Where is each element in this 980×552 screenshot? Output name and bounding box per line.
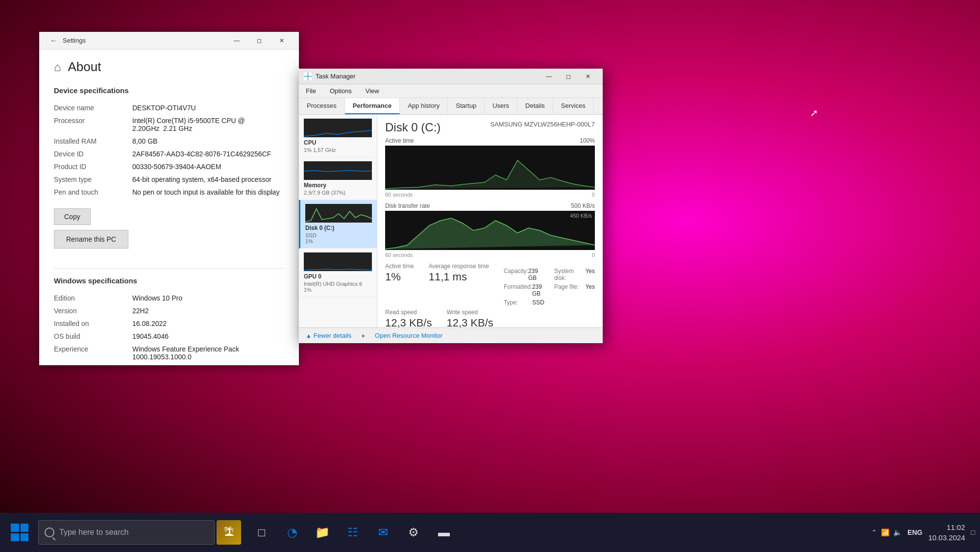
tab-processes[interactable]: Processes <box>299 98 345 114</box>
write-speed-stat: Write speed 12,3 KB/s <box>446 309 493 327</box>
memory-mini-chart <box>304 161 372 180</box>
copy-button[interactable]: Copy <box>54 208 91 225</box>
capacity-value: 239 GB <box>528 268 544 281</box>
spec-row-system-type: System type 64-bit operating system, x64… <box>54 173 284 186</box>
notification-icon[interactable]: □ <box>971 528 975 536</box>
spec-row-edition: Edition Windows 10 Pro <box>54 292 284 304</box>
active-time-stat-value: 1% <box>385 271 414 283</box>
capacity-label: Capacity: <box>504 268 528 281</box>
tab-startup[interactable]: Startup <box>448 98 485 114</box>
transfer-max2: 450 KB/s <box>570 213 592 219</box>
task-manager-menubar: File Options View <box>299 84 603 98</box>
sidebar-item-cpu[interactable]: CPU 1% 1,57 GHz <box>299 115 377 157</box>
gpu-label: GPU 0 <box>304 273 372 280</box>
settings-back-button[interactable]: ← <box>45 32 63 50</box>
tray-chevron[interactable]: ⌃ <box>871 528 877 536</box>
active-time-60s: 60 seconds <box>385 192 413 198</box>
menu-view[interactable]: View <box>363 85 382 97</box>
tray-speaker-icon[interactable]: 🔈 <box>893 528 902 536</box>
disk-stats-row: Active time 1% Average response time 11,… <box>385 263 595 306</box>
disk-info-grid: Capacity: 239 GB System disk: Yes Format… <box>504 263 595 306</box>
fewer-details-button[interactable]: ▲ Fewer details <box>306 332 351 339</box>
spec-row-experience: Experience Windows Feature Experience Pa… <box>54 343 284 363</box>
gpu-mini-chart <box>304 252 372 271</box>
read-speed-value: 12,3 KB/s <box>385 317 432 327</box>
sidebar-item-gpu[interactable]: GPU 0 Intel(R) UHD Graphics 61% <box>299 249 377 297</box>
disk-sub: SSD1% <box>305 232 372 244</box>
taskbar-cortana-button[interactable]: 🏝 <box>217 520 241 545</box>
task-manager-titlebar: Task Manager — ◻ ✕ <box>299 69 603 84</box>
tray-network-icon[interactable]: 📶 <box>881 528 889 536</box>
system-disk-value: Yes <box>585 268 595 281</box>
windows-specs-table: Edition Windows 10 Pro Version 22H2 Inst… <box>54 292 284 363</box>
tab-services[interactable]: Services <box>553 98 594 114</box>
tab-app-history[interactable]: App history <box>400 98 448 114</box>
read-speed-label: Read speed <box>385 309 432 316</box>
spec-row-installed-on: Installed on 16.08.2022 <box>54 317 284 330</box>
start-button[interactable] <box>5 518 34 547</box>
tab-users[interactable]: Users <box>485 98 517 114</box>
spec-row-os-build: OS build 19045.4046 <box>54 330 284 343</box>
language-indicator[interactable]: ENG <box>907 528 922 536</box>
spec-label-product-id: Product ID <box>54 163 132 171</box>
page-file-value: Yes <box>585 283 595 297</box>
search-placeholder: Type here to search <box>59 528 128 537</box>
tab-details[interactable]: Details <box>517 98 553 114</box>
rename-pc-button[interactable]: Rename this PC <box>54 230 128 249</box>
taskbar-edge-button[interactable]: ◔ <box>278 519 306 546</box>
open-resource-monitor-label: Open Resource Monitor <box>375 332 442 339</box>
settings-minimize-button[interactable]: — <box>225 32 248 50</box>
taskbar-explorer-button[interactable]: 📁 <box>309 519 336 546</box>
tm-minimize-button[interactable]: — <box>539 69 559 84</box>
task-manager-tabs: Processes Performance App history Startu… <box>299 98 603 115</box>
spec-label-ram: Installed RAM <box>54 137 132 145</box>
gpu-sub: Intel(R) UHD Graphics 61% <box>304 281 372 293</box>
open-resource-monitor-button[interactable]: Open Resource Monitor <box>375 332 442 339</box>
settings-window-title: Settings <box>63 37 225 44</box>
taskbar-mail-button[interactable]: ✉ <box>369 519 397 546</box>
spec-label-system-type: System type <box>54 176 132 183</box>
extra-icon: ▬ <box>438 526 450 539</box>
settings-close-button[interactable]: ✕ <box>270 32 293 50</box>
tm-maximize-button[interactable]: ◻ <box>559 69 578 84</box>
disk-model: SAMSUNG MZVLW256HEHP-000L7 <box>490 121 595 128</box>
spec-label-experience: Experience <box>54 345 132 361</box>
spec-label-device-id: Device ID <box>54 150 132 158</box>
sidebar-item-memory[interactable]: Memory 2,9/7,9 GB (37%) <box>299 157 377 200</box>
settings-titlebar: ← Settings — ◻ ✕ <box>39 32 299 50</box>
search-bar[interactable]: Type here to search <box>38 520 215 545</box>
page-title: About <box>68 59 101 75</box>
taskbar-extra-button[interactable]: ▬ <box>430 519 458 546</box>
spec-row-version: Version 22H2 <box>54 304 284 317</box>
sidebar-item-disk[interactable]: Disk 0 (C:) SSD1% <box>299 200 377 249</box>
taskbar-task-view[interactable]: □ <box>248 519 275 546</box>
settings-maximize-button[interactable]: ◻ <box>248 32 270 50</box>
taskbar: Type here to search 🏝 □ ◔ 📁 ☷ ✉ ⚙ ▬ ⌃ 📶 … <box>0 513 980 552</box>
spec-value-ram: 8,00 GB <box>132 137 284 145</box>
avg-response-stat-value: 11,1 ms <box>429 271 489 283</box>
menu-file[interactable]: File <box>303 85 319 97</box>
tm-close-button[interactable]: ✕ <box>578 69 598 84</box>
write-speed-label: Write speed <box>446 309 493 316</box>
spec-row-product-id: Product ID 00330-50679-39404-AAOEM <box>54 160 284 173</box>
disk-mini-chart <box>305 204 372 223</box>
spec-label-processor: Processor <box>54 117 132 132</box>
cpu-label: CPU <box>304 139 372 146</box>
spec-value-device-name: DESKTOP-OTI4V7U <box>132 104 284 112</box>
active-time-stat: Active time 1% <box>385 263 414 306</box>
store-icon: ☷ <box>347 526 358 539</box>
transfer-rate-label: Disk transfer rate <box>385 202 430 209</box>
windows-logo-icon <box>11 524 28 541</box>
system-clock[interactable]: 11:02 10.03.2024 <box>928 522 965 543</box>
spec-label-device-name: Device name <box>54 104 132 112</box>
active-time-label: Active time <box>385 137 414 144</box>
tab-performance[interactable]: Performance <box>345 98 400 114</box>
taskbar-settings-button[interactable]: ⚙ <box>400 519 427 546</box>
active-time-percent: 100% <box>580 137 595 144</box>
disk-label: Disk 0 (C:) <box>305 225 372 231</box>
menu-options[interactable]: Options <box>327 85 355 97</box>
mail-icon: ✉ <box>378 526 388 539</box>
spec-label-installed-on: Installed on <box>54 320 132 327</box>
task-manager-window: Task Manager — ◻ ✕ File Options View Pro… <box>299 69 603 343</box>
taskbar-store-button[interactable]: ☷ <box>339 519 367 546</box>
